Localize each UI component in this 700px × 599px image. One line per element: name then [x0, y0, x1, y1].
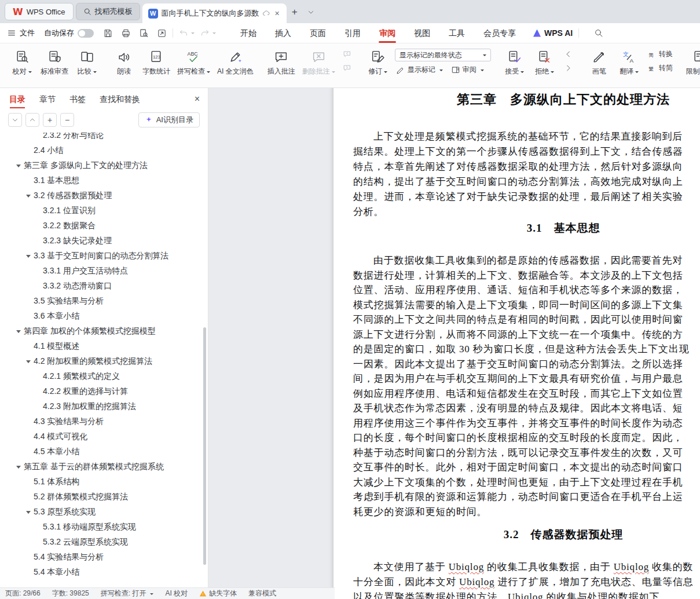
menu-tab-1[interactable]: 开始 [231, 23, 266, 43]
toc-item[interactable]: 第四章 加权的个体频繁模式挖掘模型 [0, 324, 208, 339]
redo-icon[interactable] [200, 28, 210, 38]
spellcheck-status[interactable]: 拼写检查: 打开 [101, 589, 154, 598]
toc-item[interactable]: 3.3 基于交互时间窗口的动态分割算法 [0, 249, 208, 264]
ai-proof-button[interactable]: AI 校对 [165, 589, 188, 598]
toc-expand-icon[interactable] [26, 255, 31, 260]
ink-pen-button[interactable]: 画笔 [585, 48, 614, 79]
toc-expand-icon[interactable] [16, 466, 21, 471]
menu-tab-6[interactable]: 视图 [405, 23, 439, 43]
toc-expand-icon[interactable] [26, 195, 31, 200]
tab-wps-office[interactable]: W WPS Office [5, 3, 74, 20]
sidebar-tab-3[interactable]: 书签 [69, 88, 86, 110]
menu-tab-3[interactable]: 页面 [300, 23, 335, 43]
compat-mode-indicator[interactable]: 兼容模式 [248, 589, 276, 598]
toc-item[interactable]: 4.2 附加权重的频繁模式挖掘算法 [0, 354, 208, 369]
close-tab-icon[interactable]: × [274, 9, 281, 18]
toc-expand-icon[interactable] [16, 165, 21, 170]
toc-item[interactable]: 3.3.2 动态滑动窗口 [0, 279, 208, 294]
toc-item[interactable]: 4.4 模式可视化 [0, 429, 208, 444]
toc-expand-icon[interactable] [16, 330, 21, 335]
close-panel-icon[interactable]: × [195, 88, 200, 110]
save-icon[interactable] [103, 28, 113, 38]
missing-font-warning[interactable]: ! 缺失字体 [199, 589, 237, 598]
tab-docer-template[interactable]: 找稻壳模板 [76, 3, 140, 20]
toc-item[interactable]: 2.4 小结 [0, 143, 208, 158]
toc-item[interactable]: 4.2.1 频繁模式的定义 [0, 369, 208, 384]
tab-document[interactable]: W 面向手机上下文的纵向多源数 × [142, 3, 287, 23]
compare-button[interactable]: 比较 [72, 48, 101, 79]
markup-state-button[interactable]: 显示标记的最终状态 [395, 49, 491, 61]
word-count-button[interactable]: 123字数统计 [140, 48, 173, 79]
toc-item[interactable]: 5.4 本章小结 [0, 565, 208, 580]
wps-ai-button[interactable]: WPS AI [533, 28, 573, 38]
menu-tab-2[interactable]: 插入 [266, 23, 300, 43]
restrict-editing-button[interactable]: 限制编辑 [683, 48, 700, 79]
next-revision-button[interactable] [562, 63, 576, 74]
toc-item[interactable]: 3.2.2 数据聚合 [0, 218, 208, 233]
menu-tab-8[interactable]: 会员专享 [474, 23, 525, 43]
sidebar-tab-4[interactable]: 查找和替换 [100, 88, 140, 110]
new-tab-button[interactable]: + [287, 5, 302, 20]
toc-item[interactable]: 4.5 本章小结 [0, 444, 208, 459]
toc-item[interactable]: 3.5 实验结果与分析 [0, 294, 208, 309]
undo-icon[interactable] [179, 28, 188, 38]
accept-button[interactable]: 接受 [500, 48, 529, 79]
tab-list-button[interactable] [303, 5, 318, 20]
show-markup-button[interactable]: 显示标记 [395, 64, 444, 75]
standard-review-button[interactable]: 标准审查 [38, 48, 71, 79]
review-pane-button[interactable]: 审阅 [450, 64, 485, 75]
sidebar-scrollbar-thumb[interactable] [203, 327, 206, 565]
toc-item[interactable]: 5.1 体系结构 [0, 474, 208, 490]
sidebar-tab-2[interactable]: 章节 [39, 88, 56, 110]
toc-item[interactable]: 4.3 实验结果与分析 [0, 414, 208, 429]
menu-tab-4[interactable]: 引用 [335, 23, 370, 43]
export-icon[interactable] [157, 28, 167, 38]
autosave-toggle[interactable] [78, 29, 94, 38]
menu-tab-7[interactable]: 工具 [439, 23, 474, 43]
toc-item[interactable]: 第五章 基于云的群体频繁模式挖掘系统 [0, 459, 208, 474]
toc-item[interactable]: 3.6 本章小结 [0, 309, 208, 324]
toc-item[interactable]: 5.3.1 移动端原型系统实现 [0, 520, 208, 535]
menu-tab-5[interactable]: 审阅 [370, 23, 405, 43]
traditional-convert-button[interactable]: 繁转简 [646, 63, 674, 74]
file-menu[interactable]: 文件 [7, 28, 35, 38]
toc-item[interactable]: 5.4 实验结果与分析 [0, 550, 208, 565]
collapse-all-button[interactable] [8, 113, 22, 127]
print-icon[interactable] [121, 28, 131, 38]
sidebar-tab-1[interactable]: 目录 [9, 88, 25, 110]
toc-item[interactable]: 3.2.1 位置识别 [0, 203, 208, 218]
document-page[interactable]: 第三章 多源纵向上下文的处理方法 上下文处理是频繁模式挖掘系统的基础环节，它的结… [333, 88, 700, 599]
read-aloud-button[interactable]: 朗读 [109, 48, 138, 79]
toc-item[interactable]: 2.3.2 分析与结论 [0, 133, 208, 143]
ai-recognize-toc-button[interactable]: AI识别目录 [138, 112, 200, 127]
toc-expand-icon[interactable] [26, 511, 31, 516]
toc-item[interactable]: 4.2.3 附加权重的挖掘算法 [0, 399, 208, 414]
track-changes-button[interactable]: 修订 [364, 48, 393, 79]
toc-item[interactable]: 第三章 多源纵向上下文的处理方法 [0, 158, 208, 173]
toc-expand-icon[interactable] [26, 360, 31, 366]
spell-check-button[interactable]: ABC拼写检查 [174, 48, 213, 79]
decrease-button[interactable]: − [60, 113, 74, 127]
search-icon[interactable] [594, 28, 603, 38]
proofread-button[interactable]: 校对 [8, 48, 36, 79]
toc-item[interactable]: 4.1 模型概述 [0, 339, 208, 354]
ai-polish-button[interactable]: AI 全文润色 [214, 48, 256, 79]
expand-all-button[interactable] [25, 113, 39, 127]
translate-button[interactable]: 文A翻译 [615, 48, 644, 79]
reject-button[interactable]: 拒绝 [530, 48, 559, 79]
toc-item[interactable]: 5.3.2 云端原型系统实现 [0, 535, 208, 550]
toc-item[interactable]: 3.3.1 用户交互活动特点 [0, 264, 208, 279]
prev-revision-button[interactable] [562, 49, 576, 60]
page-indicator[interactable]: 页面: 29/66 [5, 589, 41, 598]
undo-arrow-icon[interactable] [191, 32, 195, 36]
simplified-convert-button[interactable]: 简转换 [646, 49, 674, 60]
toc-item[interactable]: 3.1 基本思想 [0, 173, 208, 188]
redo-arrow-icon[interactable] [212, 32, 216, 36]
toc-item[interactable]: 3.2 传感器数据预处理 [0, 188, 208, 203]
toc-item[interactable]: 4.2.2 权重的选择与计算 [0, 384, 208, 399]
toc-item[interactable]: 3.2.3 缺失记录处理 [0, 233, 208, 249]
increase-button[interactable]: + [43, 113, 57, 127]
insert-comment-button[interactable]: 插入批注 [265, 48, 298, 79]
word-count-indicator[interactable]: 字数: 39825 [52, 589, 89, 598]
print-preview-icon[interactable] [139, 28, 149, 38]
